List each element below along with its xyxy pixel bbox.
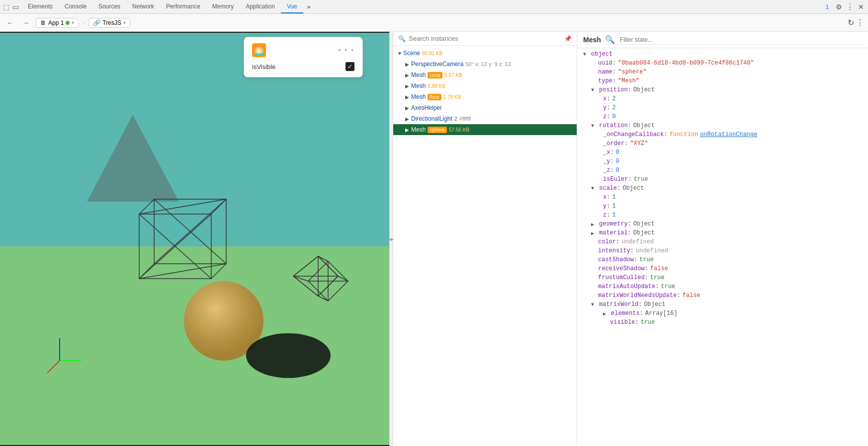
tab-vue[interactable]: Vue <box>281 0 303 13</box>
expand-object-icon[interactable]: ▼ <box>583 52 590 57</box>
expand-matrix-world-icon[interactable]: ▼ <box>591 302 598 307</box>
prop-type: type : "Mesh" <box>577 77 868 86</box>
expand-icon: ▶ <box>405 94 411 100</box>
prop-name: name : "sphere" <box>577 68 868 77</box>
settings-icon[interactable]: ⚙ <box>836 3 842 11</box>
tree-item-light[interactable]: ▶ DirectionalLight 2 #ffffff <box>393 113 577 124</box>
filter-state-input[interactable] <box>620 36 862 43</box>
devtools-right-icons: 1 ⚙ ⋮ ✕ <box>823 2 868 11</box>
tree-item-scene[interactable]: ▼ Scene 60.81 KB <box>393 48 577 59</box>
tab-application[interactable]: Application <box>240 0 281 13</box>
device-icon[interactable]: ▭ <box>12 3 19 11</box>
vue-toolbar-right: ↻ ⋮ <box>848 18 864 27</box>
app-selector[interactable]: 🗎 App 1 ▾ <box>36 18 79 28</box>
tab-count-badge: 1 <box>823 3 832 10</box>
tres-selector[interactable]: 🔗 TresJS ▾ <box>88 18 130 28</box>
forward-button[interactable]: → <box>20 17 32 29</box>
tres-label: TresJS <box>102 19 121 26</box>
prop-matrix-world: ▼ matrixWorld : Object <box>577 300 868 309</box>
svg-point-17 <box>246 333 331 378</box>
tree-item-axeshelper[interactable]: ▶ AxesHelper <box>393 102 577 113</box>
tree-panel: ▼ Scene 60.81 KB ▶ PerspectiveCamera 50°… <box>393 46 577 446</box>
tab-more-button[interactable]: » <box>303 0 315 13</box>
canvas-area: 🌅 • • • isVisible <box>0 32 389 446</box>
tab-sources[interactable]: Sources <box>92 0 126 13</box>
expand-icon: ▶ <box>405 62 411 67</box>
expand-scale-icon[interactable]: ▼ <box>591 186 598 191</box>
panel-divider[interactable]: ◂▸ <box>389 32 393 446</box>
toolbar-more-icon[interactable]: ⋮ <box>856 18 864 27</box>
tres-icon: 🔗 <box>93 19 100 26</box>
card-row: isVisible <box>252 62 354 71</box>
card-menu-dots[interactable]: • • • <box>339 46 354 54</box>
is-visible-checkbox[interactable] <box>346 62 354 71</box>
prop-pos-y: y : 2 <box>577 104 868 113</box>
on-rotation-change-link[interactable]: onRotationChange <box>700 131 757 138</box>
tres-dropdown-icon: ▾ <box>123 20 126 25</box>
tree-item-mesh-floor[interactable]: ▶ Mesh floor 1.78 KB <box>393 91 577 102</box>
tab-elements[interactable]: Elements <box>22 0 59 13</box>
prop-receive-shadow: receiveShadow : false <box>577 265 868 274</box>
prop-scale-x: x : 1 <box>577 193 868 202</box>
more-options-icon[interactable]: ⋮ <box>846 2 854 11</box>
prop-rot-x: _x : 0 <box>577 149 868 157</box>
divider-arrow-icon: ◂▸ <box>389 236 394 242</box>
back-button[interactable]: ← <box>4 17 16 29</box>
prop-scale: ▼ scale : Object <box>577 184 868 193</box>
props-title: Mesh <box>583 36 601 44</box>
vue-toolbar: ← → 🗎 App 1 ▾ › 🔗 TresJS ▾ ↻ ⋮ <box>0 14 868 32</box>
inspect-icon[interactable]: ⬚ <box>3 3 9 11</box>
expand-icon: ▶ <box>405 127 411 133</box>
prop-material: ▶ material : Object <box>577 229 868 238</box>
props-header: Mesh 🔍 <box>577 32 868 48</box>
expand-geometry-icon[interactable]: ▶ <box>591 222 598 227</box>
expand-rotation-icon[interactable]: ▼ <box>591 123 598 129</box>
prop-visible: visible : true <box>577 318 868 327</box>
prop-position: ▼ position : Object <box>577 86 868 95</box>
prop-rot-callback: _onChangeCallback : function onRotationC… <box>577 131 868 140</box>
card-header: 🌅 • • • <box>252 43 354 57</box>
app-dropdown-icon: ▾ <box>72 20 74 25</box>
expand-icon: ▶ <box>405 73 411 78</box>
prop-cast-shadow: castShadow : true <box>577 256 868 265</box>
prop-geometry: ▶ geometry : Object <box>577 220 868 229</box>
prop-uuid: uuid : "0baab084-6d18-4bd8-b099-7ce4f86c… <box>577 59 868 68</box>
tree-item-camera[interactable]: ▶ PerspectiveCamera 50° x: 12 y: 9 z: 12 <box>393 59 577 70</box>
properties-section: Mesh 🔍 ▼ object uuid : "0baab084-6d18- <box>577 32 868 446</box>
prop-rot-order: _order : "XYZ" <box>577 140 868 149</box>
expand-material-icon[interactable]: ▶ <box>591 230 598 236</box>
tree-item-mesh-2[interactable]: ▶ Mesh 0.89 KB <box>393 80 577 91</box>
pin-icon[interactable]: 📌 <box>564 35 572 42</box>
expand-icon: ▼ <box>397 51 403 56</box>
search-instances-input[interactable] <box>409 35 561 42</box>
card-emoji: 🌅 <box>254 46 264 55</box>
filter-search-icon: 🔍 <box>605 35 615 44</box>
instances-panel: 🔍 📌 ▼ Scene 60.81 KB ▶ PerspectiveCamera… <box>393 32 577 446</box>
prop-intensity: intensity : undefined <box>577 247 868 256</box>
main-area: 🌅 • • • isVisible ◂▸ 🔍 📌 ▼ <box>0 32 868 446</box>
app-label: App 1 <box>48 19 64 26</box>
tab-memory[interactable]: Memory <box>206 0 240 13</box>
tree-item-mesh-sphere[interactable]: ▶ Mesh sphere 57.56 KB <box>393 124 577 135</box>
tab-network[interactable]: Network <box>126 0 160 13</box>
refresh-icon[interactable]: ↻ <box>848 18 854 27</box>
devtools-tabs: Elements Console Sources Network Perform… <box>22 0 314 13</box>
tree-item-mesh-cone[interactable]: ▶ Mesh cone 0.57 KB <box>393 70 577 80</box>
prop-rot-z: _z : 0 <box>577 166 868 175</box>
tab-console[interactable]: Console <box>59 0 92 13</box>
prop-is-euler: isEuler : true <box>577 175 868 184</box>
prop-scale-y: y : 1 <box>577 202 868 211</box>
expand-position-icon[interactable]: ▼ <box>591 87 598 93</box>
prop-rot-y: _y : 0 <box>577 157 868 166</box>
expand-elements-icon[interactable]: ▶ <box>603 311 610 317</box>
tab-performance[interactable]: Performance <box>160 0 206 13</box>
prop-section-object: ▼ object <box>577 50 868 59</box>
card-label: isVisible <box>252 63 275 71</box>
float-card: 🌅 • • • isVisible <box>244 37 363 77</box>
expand-icon: ▶ <box>405 83 411 89</box>
app-status-dot <box>66 21 70 25</box>
close-icon[interactable]: ✕ <box>858 3 864 11</box>
prop-scale-z: z : 1 <box>577 211 868 220</box>
devtools-left-icons: ⬚ ▭ <box>0 3 22 11</box>
devtools-panel: 🔍 📌 ▼ Scene 60.81 KB ▶ PerspectiveCamera… <box>393 32 868 446</box>
